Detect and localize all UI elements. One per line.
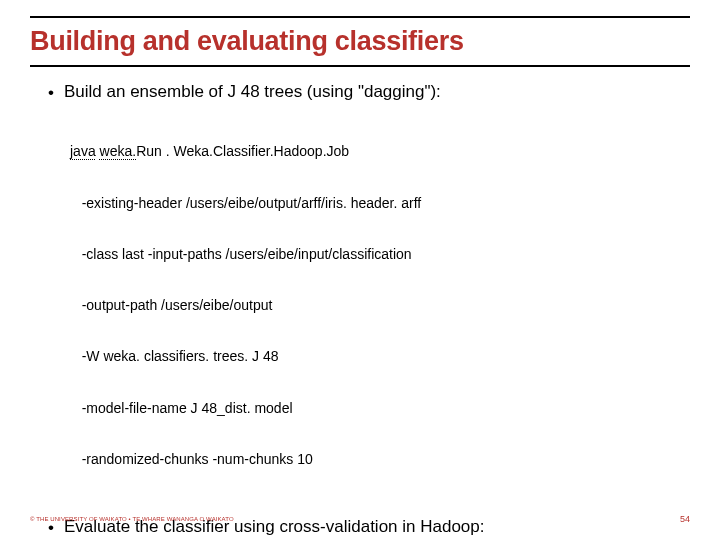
cmd1-line-1: java weka.Run . Weka.Classifier.Hadoop.J… (70, 143, 690, 160)
footer: © THE UNIVERSITY OF WAIKATO • TE WHARE W… (30, 514, 690, 524)
bullet-dot: • (48, 81, 64, 103)
cmd1-rest: Run . Weka.Classifier.Hadoop.Job (136, 143, 349, 159)
slide: Building and evaluating classifiers • Bu… (0, 0, 720, 540)
weka-keyword: weka. (100, 143, 137, 159)
rule-below-title (30, 65, 690, 67)
bullet-1: • Build an ensemble of J 48 trees (using… (48, 81, 690, 103)
cmd1-line-2: -existing-header /users/eibe/output/arff… (70, 195, 690, 212)
cmd1-line-7: -randomized-chunks -num-chunks 10 (70, 451, 690, 468)
slide-content: • Build an ensemble of J 48 trees (using… (30, 81, 690, 540)
java-keyword: java (70, 143, 96, 159)
cmd1-line-5: -W weka. classifiers. trees. J 48 (70, 348, 690, 365)
command-block-1: java weka.Run . Weka.Classifier.Hadoop.J… (70, 109, 690, 502)
rule-above-title (30, 16, 690, 18)
cmd1-line-3: -class last -input-paths /users/eibe/inp… (70, 246, 690, 263)
slide-title: Building and evaluating classifiers (30, 26, 690, 63)
page-number: 54 (680, 514, 690, 524)
cmd1-line-6: -model-file-name J 48_dist. model (70, 400, 690, 417)
cmd1-line-4: -output-path /users/eibe/output (70, 297, 690, 314)
bullet-1-text: Build an ensemble of J 48 trees (using "… (64, 81, 690, 102)
footer-copyright: © THE UNIVERSITY OF WAIKATO • TE WHARE W… (30, 516, 234, 522)
